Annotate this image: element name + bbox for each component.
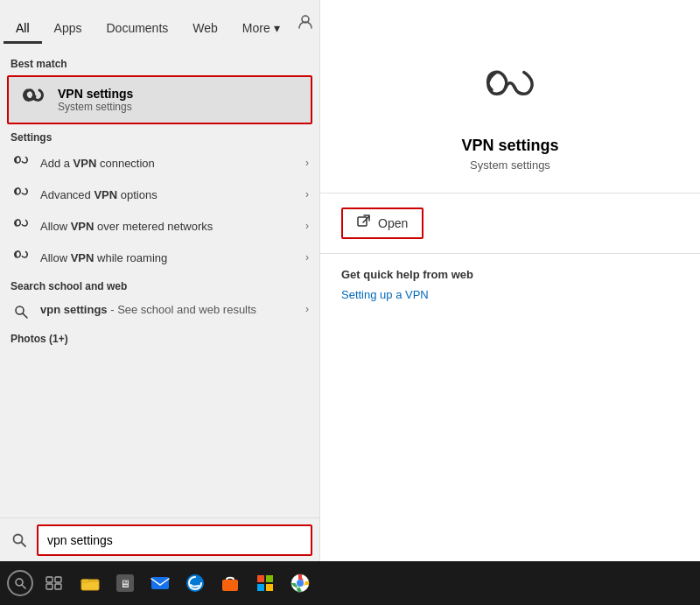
search-panel: All Apps Documents Web More ▾ ••• [0,0,700,561]
right-app-icon [475,53,545,123]
open-label: Open [378,216,408,230]
svg-text:🖥: 🖥 [120,578,130,590]
settings-item-vpn-metered[interactable]: Allow VPN over metered networks › [0,210,319,242]
left-pane: All Apps Documents Web More ▾ ••• [0,0,319,561]
search-input[interactable] [37,524,312,556]
tab-web[interactable]: Web [180,16,230,44]
svg-rect-18 [222,580,238,591]
taskbar-windows-icon[interactable] [250,568,280,598]
right-help-section: Get quick help from web Setting up a VPN [320,268,700,305]
svg-line-4 [22,542,26,546]
person-icon[interactable] [292,11,318,37]
best-match-title: VPN settings [58,87,133,101]
vpn-icon-small-4 [10,249,32,266]
settings-item-label-2: Advanced VPN options [40,188,305,201]
chevron-right-icon-5: › [305,303,309,315]
svg-rect-8 [46,577,52,582]
search-icon [7,528,32,552]
svg-rect-13 [81,580,89,582]
vpn-icon-small-2 [10,186,32,203]
tab-all[interactable]: All [4,16,42,44]
vpn-icon [19,86,47,114]
taskbar-edge-icon[interactable] [180,568,210,598]
right-content: VPN settings System settings Open [320,0,700,561]
tab-bar: All Apps Documents Web More ▾ ••• [0,0,319,44]
tab-documents[interactable]: Documents [94,16,180,44]
svg-rect-16 [151,577,169,589]
right-app-title: VPN settings [461,137,558,155]
search-web-label: Search school and web [0,277,319,296]
chevron-right-icon-3: › [305,220,309,232]
open-button-row: Open [320,208,700,253]
settings-label: Settings [0,128,319,147]
chevron-right-icon-1: › [305,157,309,169]
svg-rect-11 [55,584,61,589]
chevron-down-icon: ▾ [274,21,280,35]
chevron-right-icon-4: › [305,251,309,264]
vpn-icon-small-3 [10,217,32,235]
vpn-icon-small-1 [10,154,32,172]
right-pane: VPN settings System settings Open [319,0,700,561]
tab-apps[interactable]: Apps [42,16,94,44]
taskbar-explorer-icon[interactable] [75,568,105,598]
right-divider-2 [320,253,700,254]
right-help-title: Get quick help from web [341,268,679,281]
taskbar-bag-icon[interactable] [215,568,245,598]
svg-rect-10 [46,584,52,589]
svg-rect-9 [55,577,61,582]
taskbar-mail-icon[interactable] [145,568,175,598]
taskbar-task-view-icon[interactable] [38,567,70,599]
search-web-sub: - See school and web results [108,303,257,316]
svg-rect-20 [266,575,273,582]
taskbar: 🖥 [0,561,700,605]
tab-more[interactable]: More ▾ [230,16,292,44]
results-area: Best match VPN settings System settings … [0,44,319,517]
best-match-label: Best match [0,54,319,74]
right-help-link[interactable]: Setting up a VPN [341,288,679,301]
taskbar-chrome-icon[interactable] [285,568,315,598]
svg-line-2 [23,313,27,318]
search-bar-area [0,517,319,561]
taskbar-search-icon[interactable] [7,570,33,596]
search-web-item[interactable]: vpn settings - See school and web result… [0,296,319,329]
best-match-item[interactable]: VPN settings System settings [7,75,312,124]
svg-point-24 [297,580,304,587]
right-divider [320,193,700,193]
open-button[interactable]: Open [341,208,424,239]
settings-item-label-4: Allow VPN while roaming [40,251,305,264]
svg-line-7 [22,585,25,588]
svg-rect-19 [257,575,264,582]
best-match-subtitle: System settings [58,101,133,113]
svg-rect-21 [257,584,264,591]
settings-item-label-1: Add a VPN connection [40,157,305,170]
svg-rect-22 [266,584,273,591]
settings-item-label-3: Allow VPN over metered networks [40,220,305,233]
settings-item-advanced-vpn[interactable]: Advanced VPN options › [0,179,319,210]
settings-item-vpn-roaming[interactable]: Allow VPN while roaming › [0,242,319,273]
right-app-subtitle: System settings [470,158,550,172]
search-web-icon [10,305,32,322]
search-web-main: vpn settings [40,303,108,316]
settings-item-add-vpn[interactable]: Add a VPN connection › [0,147,319,179]
taskbar-store-icon[interactable]: 🖥 [110,568,140,598]
photos-label: Photos (1+) [0,329,319,348]
open-icon [357,215,371,232]
chevron-right-icon-2: › [305,188,309,200]
svg-rect-5 [358,217,367,226]
